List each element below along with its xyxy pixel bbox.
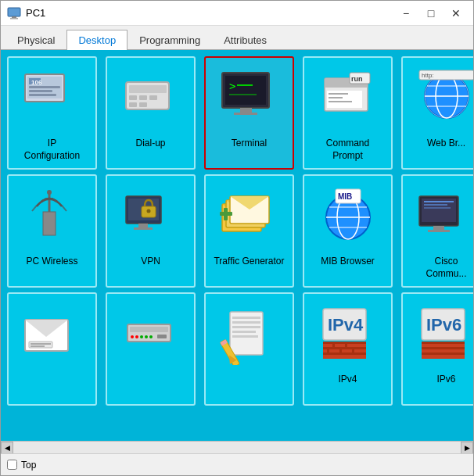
- email-image: [17, 299, 88, 369]
- svg-rect-100: [332, 344, 335, 347]
- ip-config-label: IPConfiguration: [24, 138, 80, 162]
- icon-terminal[interactable]: > Terminal: [204, 56, 294, 170]
- horizontal-scrollbar: ◀ ▶: [1, 441, 473, 453]
- svg-rect-1: [12, 16, 16, 18]
- svg-rect-20: [237, 84, 253, 86]
- pc-wireless-label: PC Wireless: [26, 256, 77, 268]
- scroll-right-button[interactable]: ▶: [461, 442, 473, 454]
- svg-text:MIB: MIB: [338, 192, 352, 201]
- tab-programming[interactable]: Programming: [127, 30, 212, 50]
- icon-dialup[interactable]: Dial-up: [106, 56, 196, 170]
- icon-ip-configuration[interactable]: 106 IPConfiguration: [7, 56, 97, 170]
- svg-text:http:: http:: [422, 72, 434, 79]
- svg-rect-98: [323, 347, 366, 349]
- dialup-image: [116, 63, 186, 133]
- item12-image: [116, 299, 186, 369]
- svg-rect-103: [339, 349, 342, 353]
- icon-ipv4[interactable]: IPv4 IPv4: [303, 292, 393, 406]
- svg-rect-32: [329, 101, 352, 102]
- svg-rect-0: [8, 8, 20, 16]
- svg-rect-76: [31, 345, 45, 347]
- svg-rect-21: [229, 94, 257, 95]
- svg-rect-90: [232, 335, 258, 338]
- svg-rect-16: [139, 102, 147, 107]
- svg-rect-13: [139, 95, 147, 100]
- top-checkbox[interactable]: [7, 460, 17, 470]
- svg-point-80: [135, 335, 138, 338]
- svg-rect-108: [422, 342, 465, 344]
- svg-rect-7: [29, 90, 52, 92]
- svg-rect-110: [422, 353, 465, 355]
- svg-text:IPv6: IPv6: [426, 315, 461, 335]
- svg-rect-30: [329, 93, 348, 95]
- icon-ipv6[interactable]: IPv6 IPv6: [401, 292, 473, 406]
- content-area: 106 IPConfiguration: [1, 50, 473, 441]
- scroll-track[interactable]: [13, 442, 461, 453]
- svg-point-79: [131, 335, 134, 338]
- svg-rect-84: [157, 335, 167, 338]
- web-browser-image: http:: [411, 63, 474, 133]
- svg-text:run: run: [351, 75, 363, 83]
- svg-text:>: >: [229, 80, 235, 92]
- svg-rect-70: [424, 204, 447, 206]
- icon-item13[interactable]: [204, 292, 294, 406]
- cisco-commu-image: [411, 181, 474, 251]
- maximize-button[interactable]: □: [420, 5, 442, 22]
- pc-wireless-image: [17, 181, 88, 251]
- icon-pc-wireless[interactable]: PC Wireless: [7, 174, 97, 288]
- vpn-label: VPN: [141, 256, 160, 268]
- tab-desktop[interactable]: Desktop: [66, 30, 127, 50]
- svg-rect-109: [422, 347, 465, 349]
- svg-rect-78: [130, 327, 168, 332]
- ip-config-image: 106: [17, 63, 88, 133]
- svg-rect-12: [129, 95, 137, 100]
- web-browser-label: Web Br...: [427, 138, 465, 150]
- svg-rect-15: [129, 102, 137, 107]
- svg-rect-23: [234, 113, 257, 115]
- scroll-left-button[interactable]: ◀: [1, 442, 13, 454]
- svg-point-81: [140, 335, 143, 338]
- terminal-image: >: [214, 63, 285, 133]
- ipv6-label: IPv6: [436, 374, 455, 386]
- icon-traffic-generator[interactable]: Traffic Generator: [204, 174, 294, 288]
- title-bar-controls: − □ ✕: [395, 5, 467, 22]
- icon-mib-browser[interactable]: MIB MIB Browser: [303, 174, 393, 288]
- svg-point-43: [47, 190, 52, 195]
- icon-web-browser[interactable]: http: Web Br...: [401, 56, 473, 170]
- svg-rect-102: [327, 349, 329, 353]
- svg-rect-89: [232, 331, 256, 333]
- title-bar: PC1 − □ ✕: [1, 1, 473, 26]
- svg-point-83: [149, 335, 153, 338]
- close-button[interactable]: ✕: [445, 5, 467, 22]
- svg-rect-6: [29, 86, 60, 88]
- svg-text:IPv4: IPv4: [328, 315, 364, 335]
- tab-bar: Physical Desktop Programming Attributes: [1, 26, 473, 50]
- svg-rect-97: [323, 342, 366, 344]
- tab-physical[interactable]: Physical: [5, 30, 66, 50]
- dialup-label: Dial-up: [135, 138, 165, 150]
- icon-command-prompt[interactable]: run CommandPrompt: [303, 56, 393, 170]
- svg-rect-71: [424, 207, 451, 209]
- title-bar-title: PC1: [26, 7, 395, 19]
- icon-email[interactable]: [7, 292, 97, 406]
- icon-grid-container: 106 IPConfiguration: [1, 50, 473, 441]
- icon-vpn[interactable]: VPN: [106, 174, 196, 288]
- icon-cisco-commu[interactable]: CiscoCommu...: [401, 174, 473, 288]
- svg-rect-104: [352, 349, 354, 353]
- icon-item12[interactable]: [106, 292, 196, 406]
- tab-attributes[interactable]: Attributes: [212, 30, 278, 50]
- svg-rect-41: [43, 212, 56, 235]
- vpn-image: [116, 181, 186, 251]
- cisco-commu-label: CiscoCommu...: [426, 256, 466, 280]
- ipv4-label: IPv4: [338, 374, 357, 386]
- svg-rect-107: [422, 342, 465, 359]
- minimize-button[interactable]: −: [395, 5, 417, 22]
- ipv4-image: IPv4: [313, 299, 383, 369]
- top-checkbox-label[interactable]: Top: [7, 460, 36, 471]
- mib-browser-image: MIB: [313, 181, 383, 251]
- mib-browser-label: MIB Browser: [321, 256, 375, 268]
- svg-rect-2: [10, 18, 18, 20]
- svg-rect-88: [232, 326, 260, 328]
- command-prompt-label: CommandPrompt: [326, 138, 369, 162]
- svg-rect-68: [428, 230, 450, 232]
